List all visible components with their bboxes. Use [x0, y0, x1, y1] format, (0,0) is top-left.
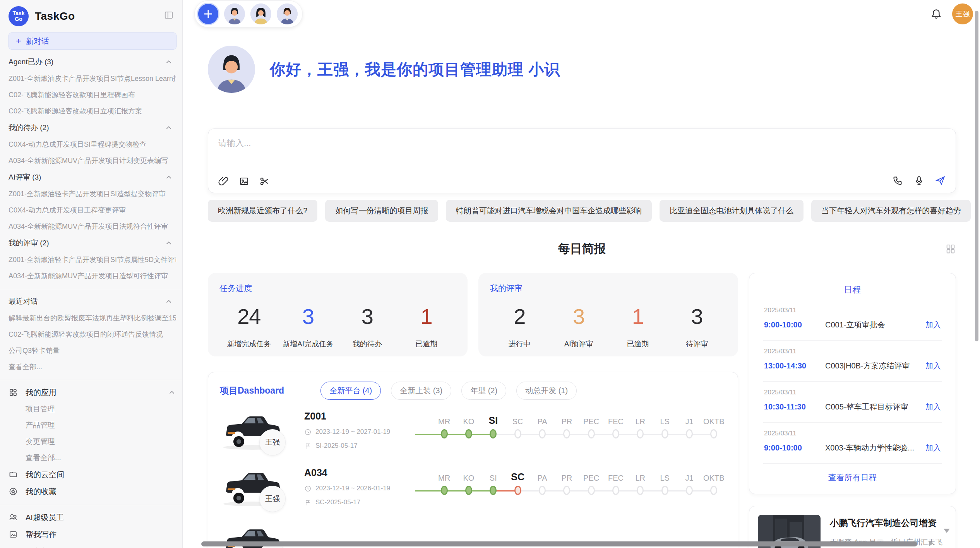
- sidebar-item-favorites[interactable]: 我的收藏: [9, 483, 176, 500]
- dashboard-header: 项目Dashboard 全新平台 (4)全新上装 (3)年型 (2)动总开发 (…: [220, 382, 726, 400]
- send-icon[interactable]: [935, 175, 946, 186]
- milestone-label: LS: [660, 410, 669, 426]
- chevron-up-icon[interactable]: [168, 388, 176, 397]
- sidebar-item-creative-draw[interactable]: 创意制图: [9, 543, 176, 548]
- project-date-range: 2023-12-19 ~ 2026-01-19: [304, 485, 432, 492]
- milestone-dot: [563, 429, 570, 438]
- sidebar-task-item[interactable]: A034-全新新能源MUV产品开发项目计划变更表编写: [9, 152, 176, 169]
- project-row[interactable]: 王强 Z001 2023-12-19 ~ 2027-01-19 SI-2025-…: [220, 400, 726, 456]
- chevron-up-icon[interactable]: [164, 239, 173, 247]
- chevron-up-icon[interactable]: [164, 173, 173, 182]
- app-item[interactable]: 变更管理: [9, 433, 176, 450]
- milestone-dot: [490, 486, 497, 495]
- logo-line-1: Task: [13, 10, 25, 16]
- stat-value: 3: [667, 304, 726, 329]
- section-title: AI评审 (3): [9, 172, 41, 182]
- vertical-scrollbar[interactable]: [975, 11, 978, 341]
- milestone-dot: [612, 429, 619, 438]
- suggestion-chip[interactable]: 当下年轻人对汽车外观有怎样的喜好趋势: [811, 200, 971, 222]
- milestone-label: PR: [561, 466, 572, 483]
- session-avatar-1[interactable]: [223, 3, 246, 25]
- sidebar-item-cloud-space[interactable]: 我的云空间: [9, 466, 176, 483]
- schedule-date: 2025/03/11: [764, 348, 941, 355]
- sidebar-task-item[interactable]: C02-飞腾新能源轻客改款项目立项汇报方案: [9, 103, 176, 119]
- recent-chat-item[interactable]: C02-飞腾新能源轻客改款项目的闭环通告反馈情况: [9, 326, 176, 342]
- dashboard-tab[interactable]: 年型 (2): [461, 382, 506, 400]
- sidebar-section: AI评审 (3) Z001-全新燃油轻卡产品开发项目SI造型提交物评审C0X4-…: [9, 169, 176, 235]
- app-item[interactable]: 产品管理: [9, 417, 176, 433]
- star-icon: [9, 487, 18, 496]
- join-link[interactable]: 加入: [925, 443, 941, 453]
- recent-more-link[interactable]: 查看全部...: [9, 359, 176, 375]
- chevron-up-icon[interactable]: [164, 123, 173, 132]
- message-input[interactable]: [218, 137, 946, 176]
- recent-chat-item[interactable]: 公司Q3轻卡销量: [9, 342, 176, 359]
- sidebar-task-item[interactable]: Z001-全新燃油轻卡产品开发项目SI造型提交物评审: [9, 186, 176, 202]
- page: Task Go TaskGo + 新对话 Agent已办 (3) Z001-全新…: [0, 0, 980, 548]
- sidebar-task-item[interactable]: Z001-全新燃油皮卡产品开发项目SI节点Lesson Learn报告: [9, 70, 176, 87]
- sidebar-item-help-write[interactable]: 帮我写作: [9, 526, 176, 543]
- stat-value: 3: [279, 304, 338, 329]
- stat-value: 2: [490, 304, 549, 329]
- milestone-label: LR: [636, 410, 646, 426]
- milestone-label: FEC: [608, 410, 624, 426]
- apps-more-link[interactable]: 查看全部...: [9, 450, 176, 466]
- sidebar-task-item[interactable]: A034-全新新能源MUV产品开发项目造型可行性评审: [9, 268, 176, 284]
- scroll-right-arrow[interactable]: [929, 541, 934, 546]
- join-link[interactable]: 加入: [925, 361, 941, 371]
- sidebar-task-item[interactable]: A034-全新新能源MUV产品开发项目法规符合性评审: [9, 218, 176, 235]
- microphone-icon[interactable]: [914, 175, 924, 186]
- sidebar-item-my-apps[interactable]: 我的应用: [9, 384, 176, 401]
- dashboard-tab[interactable]: 动总开发 (1): [516, 382, 577, 400]
- schedule-time: 10:30-11:30: [764, 402, 825, 411]
- suggestion-chip[interactable]: 如何写一份清晰的项目周报: [325, 200, 438, 222]
- sidebar-collapse-icon[interactable]: [164, 10, 174, 20]
- session-avatar-3[interactable]: [276, 3, 298, 25]
- suggestion-chip[interactable]: 欧洲新规最近颁布了什么?: [208, 200, 317, 222]
- view-all-schedule-link[interactable]: 查看所有日程: [763, 464, 942, 486]
- dashboard-tabs: 全新平台 (4)全新上装 (3)年型 (2)动总开发 (1): [320, 382, 577, 400]
- milestone-label: SI: [489, 410, 498, 426]
- scroll-down-arrow[interactable]: [944, 529, 950, 533]
- suggestion-chip[interactable]: 特朗普可能对进口汽车增税会对中国车企造成哪些影响: [446, 200, 652, 222]
- left-column: 任务进度 24 新增完成任务 3 新增AI完成任务 3 我的待办 1 已逾期 我…: [208, 273, 738, 548]
- join-link[interactable]: 加入: [925, 320, 941, 330]
- schedule-item: 2025/03/11 9:00-10:00 X003-车辆动力学性能验... 加…: [763, 423, 942, 464]
- sidebar-task-item[interactable]: C0X4-动力总成开发项目工程变更评审: [9, 202, 176, 218]
- chevron-up-icon[interactable]: [164, 58, 173, 66]
- milestone-dot: [686, 486, 693, 495]
- new-session-button[interactable]: [197, 3, 219, 25]
- suggestion-chip[interactable]: 比亚迪全固态电池计划具体说了什么: [660, 200, 804, 222]
- milestone-label: MR: [438, 466, 450, 483]
- stat: 3 待评审: [667, 304, 726, 349]
- favorites-label: 我的收藏: [26, 486, 57, 497]
- scissors-icon[interactable]: [259, 176, 270, 187]
- user-avatar[interactable]: 王强: [952, 3, 973, 24]
- sidebar-task-item[interactable]: C02-飞腾新能源轻客改款项目里程碑画布: [9, 87, 176, 103]
- join-link[interactable]: 加入: [925, 402, 941, 412]
- phone-icon[interactable]: [893, 175, 903, 186]
- project-row[interactable]: 王强 A034 2023-12-19 ~ 2026-01-19 SC-2025-…: [220, 456, 726, 513]
- sidebar-item-ai-super-staff[interactable]: AI超级员工: [9, 509, 176, 526]
- dashboard-tab[interactable]: 全新平台 (4): [320, 382, 381, 400]
- dashboard-tab[interactable]: 全新上装 (3): [391, 382, 451, 400]
- project-info: Z001 2023-12-19 ~ 2027-01-19 SI-2025-05-…: [304, 410, 432, 450]
- app-logo: Task Go: [9, 6, 29, 26]
- sidebar-task-item[interactable]: Z001-全新燃油轻卡产品开发项目SI节点属性5D文件评审: [9, 252, 176, 268]
- recent-chat-item[interactable]: 解释最新出台的欧盟报废车法规再生塑料比例被调至15%...: [9, 310, 176, 326]
- notification-bell-icon[interactable]: [930, 8, 942, 20]
- schedule-item: 2025/03/11 10:30-11:30 C005-整车工程目标评审 加入: [763, 382, 942, 423]
- chevron-up-icon[interactable]: [164, 297, 173, 306]
- project-list: 王强 Z001 2023-12-19 ~ 2027-01-19 SI-2025-…: [220, 400, 726, 548]
- layout-grid-icon[interactable]: [945, 243, 956, 254]
- stat-value: 3: [549, 304, 608, 329]
- new-chat-button[interactable]: + 新对话: [9, 33, 176, 50]
- image-icon[interactable]: [239, 176, 249, 187]
- horizontal-scrollbar[interactable]: [201, 541, 917, 546]
- milestone-label: PEC: [583, 410, 599, 426]
- attachment-icon[interactable]: [218, 176, 229, 187]
- app-item[interactable]: 项目管理: [9, 401, 176, 417]
- session-avatar-2[interactable]: [250, 3, 272, 25]
- sidebar-task-item[interactable]: C0X4-动力总成开发项目SI里程碑提交物检查: [9, 136, 176, 152]
- stat-card-title: 我的评审: [490, 283, 726, 294]
